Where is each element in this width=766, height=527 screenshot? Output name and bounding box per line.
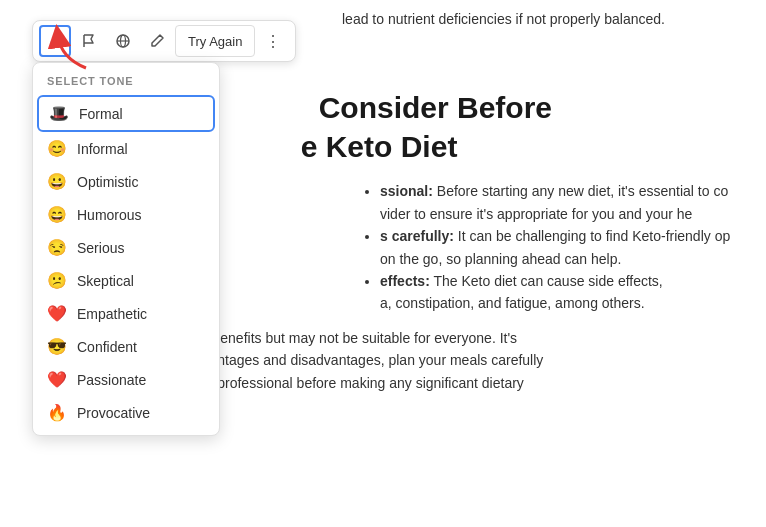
tone-item-informal[interactable]: 😊 Informal	[33, 132, 219, 165]
tone-label-confident: Confident	[77, 339, 137, 355]
edit-icon	[149, 33, 165, 49]
flag-button[interactable]	[73, 25, 105, 57]
tone-item-provocative[interactable]: 🔥 Provocative	[33, 396, 219, 429]
tone-label-provocative: Provocative	[77, 405, 150, 421]
provocative-emoji: 🔥	[47, 403, 67, 422]
try-again-button[interactable]: Try Again	[175, 25, 255, 57]
bullet-2-bold: s carefully:	[380, 228, 454, 244]
bullet-2: s carefully: It can be challenging to fi…	[380, 225, 750, 270]
formal-emoji: 🎩	[49, 104, 69, 123]
informal-emoji: 😊	[47, 139, 67, 158]
sparkle-button[interactable]: ✦	[39, 25, 71, 57]
tone-item-formal[interactable]: 🎩 Formal	[37, 95, 215, 132]
more-options-button[interactable]: ⋮	[257, 25, 289, 57]
tone-item-skeptical[interactable]: 😕 Skeptical	[33, 264, 219, 297]
tone-label-optimistic: Optimistic	[77, 174, 138, 190]
skeptical-emoji: 😕	[47, 271, 67, 290]
tone-item-empathetic[interactable]: ❤️ Empathetic	[33, 297, 219, 330]
optimistic-emoji: 😀	[47, 172, 67, 191]
tone-label-passionate: Passionate	[77, 372, 146, 388]
passionate-emoji: ❤️	[47, 370, 67, 389]
bullet-3: effects: The Keto diet can cause side ef…	[380, 270, 750, 315]
humorous-emoji: 😄	[47, 205, 67, 224]
bullet-1: ssional: Before starting any new diet, i…	[380, 180, 750, 225]
serious-emoji: 😒	[47, 238, 67, 257]
globe-button[interactable]	[107, 25, 139, 57]
tone-label-empathetic: Empathetic	[77, 306, 147, 322]
tone-label-formal: Formal	[79, 106, 123, 122]
tone-item-optimistic[interactable]: 😀 Optimistic	[33, 165, 219, 198]
flag-icon	[81, 33, 97, 49]
tone-label-skeptical: Skeptical	[77, 273, 134, 289]
globe-icon	[115, 33, 131, 49]
tone-dropdown-header: SELECT TONE	[33, 69, 219, 95]
tone-label-informal: Informal	[77, 141, 128, 157]
tone-label-serious: Serious	[77, 240, 124, 256]
empathetic-emoji: ❤️	[47, 304, 67, 323]
bullet-3-bold: effects:	[380, 273, 430, 289]
confident-emoji: 😎	[47, 337, 67, 356]
tone-item-passionate[interactable]: ❤️ Passionate	[33, 363, 219, 396]
tone-item-confident[interactable]: 😎 Confident	[33, 330, 219, 363]
toolbar: ✦ Try Again ⋮	[32, 20, 296, 62]
tone-label-humorous: Humorous	[77, 207, 142, 223]
tone-item-humorous[interactable]: 😄 Humorous	[33, 198, 219, 231]
tone-dropdown: SELECT TONE 🎩 Formal 😊 Informal 😀 Optimi…	[32, 62, 220, 436]
tone-item-serious[interactable]: 😒 Serious	[33, 231, 219, 264]
edit-button[interactable]	[141, 25, 173, 57]
bullet-1-bold: ssional:	[380, 183, 433, 199]
